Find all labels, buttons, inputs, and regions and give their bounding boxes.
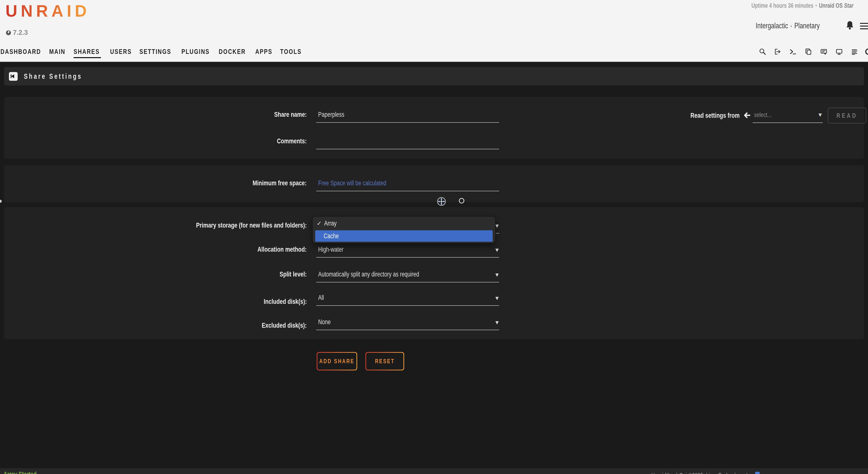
read-settings-caret-icon <box>818 112 822 117</box>
allocation-method-select[interactable]: High-water <box>316 241 499 258</box>
check-icon <box>317 220 322 227</box>
nav-apps[interactable]: APPS <box>255 48 277 56</box>
cursor-dot <box>459 198 464 203</box>
dropdown-option-cache[interactable]: Cache <box>315 230 493 242</box>
page-title: Share Settings <box>24 67 99 86</box>
terminal-icon[interactable] <box>789 48 797 56</box>
split-level-select[interactable]: Automatically split any directory as req… <box>316 266 499 282</box>
included-disks-select[interactable]: All <box>316 290 499 306</box>
logout-icon[interactable] <box>774 48 781 56</box>
excluded-disks-label: Excluded disk(s): <box>0 317 307 334</box>
page-title-bar: Share Settings <box>4 67 864 86</box>
primary-storage-dropdown: Array Cache <box>313 216 495 243</box>
nav-tools[interactable]: TOOLS <box>280 48 308 56</box>
primary-storage-label: Primary storage (for new files and folde… <box>0 217 307 234</box>
version: 7.2.3 <box>6 29 28 36</box>
included-disks-label: Included disk(s): <box>0 294 307 310</box>
server-name: Intergalactic•Planetary <box>756 21 838 30</box>
info-icon[interactable] <box>865 48 868 56</box>
nav-dashboard[interactable]: DASHBOARD <box>0 48 53 56</box>
min-free-space-input[interactable]: Free Space will be calculated <box>316 175 499 191</box>
bell-icon[interactable] <box>845 20 855 31</box>
nav-plugins[interactable]: PLUGINS <box>182 48 217 56</box>
edge-artifact <box>0 200 2 203</box>
min-free-space-label: Minimum free space: <box>0 175 307 191</box>
back-icon[interactable] <box>9 72 18 81</box>
nav-settings[interactable]: SETTINGS <box>140 48 180 56</box>
footer: Array Started Unraid®webGui ©2025, Lime … <box>0 468 868 474</box>
uptime: Uptime 4 hours 36 minutes•Unraid OS Star <box>751 2 868 9</box>
read-settings-select[interactable]: select... <box>753 107 823 123</box>
version-icon <box>6 30 11 35</box>
feedback-icon[interactable] <box>820 48 828 56</box>
dropdown-option-array[interactable]: Array <box>317 216 340 230</box>
included-disks-caret-icon <box>495 296 500 301</box>
comments-label: Comments: <box>0 133 307 149</box>
nav-main[interactable]: MAIN <box>49 48 70 56</box>
allocation-method-caret-icon <box>495 247 500 252</box>
copy-icon[interactable] <box>804 48 812 56</box>
copyright: Unraid®webGui ©2025, Lime Technology, In… <box>651 472 783 474</box>
comments-input[interactable] <box>316 133 499 149</box>
share-name-input[interactable]: Paperpless <box>316 106 499 123</box>
header: UNRAID 7.2.3 Uptime 4 hours 36 minutes•U… <box>0 0 868 62</box>
array-status[interactable]: Array Started <box>3 471 46 474</box>
split-level-label: Split level: <box>0 266 307 282</box>
excluded-disks-caret-icon <box>495 320 500 325</box>
allocation-method-label: Allocation method: <box>0 241 307 258</box>
nav-active-underline <box>73 57 101 58</box>
read-button[interactable]: READ <box>828 108 866 124</box>
nav-users[interactable]: USERS <box>110 48 138 56</box>
unraid-logo[interactable]: UNRAID <box>5 1 90 21</box>
monitor-icon[interactable] <box>835 48 843 56</box>
split-level-caret-icon <box>495 272 500 277</box>
footer-link-icon[interactable] <box>755 472 760 474</box>
nav-shares[interactable]: SHARES <box>73 48 107 56</box>
primary-storage-caret-icon <box>495 223 500 228</box>
log-icon[interactable] <box>850 48 859 56</box>
nav-docker[interactable]: DOCKER <box>219 48 253 56</box>
add-share-button[interactable]: ADD SHARE <box>317 352 357 370</box>
reset-button[interactable]: RESET <box>365 352 404 370</box>
menu-icon[interactable] <box>860 23 868 31</box>
share-name-label: Share name: <box>0 106 307 123</box>
read-settings-label: Read settings from <box>651 107 740 124</box>
arrow-left-icon <box>743 111 751 120</box>
move-cursor-icon <box>437 197 446 206</box>
search-icon[interactable] <box>758 48 767 56</box>
excluded-disks-select[interactable]: None <box>316 314 499 330</box>
